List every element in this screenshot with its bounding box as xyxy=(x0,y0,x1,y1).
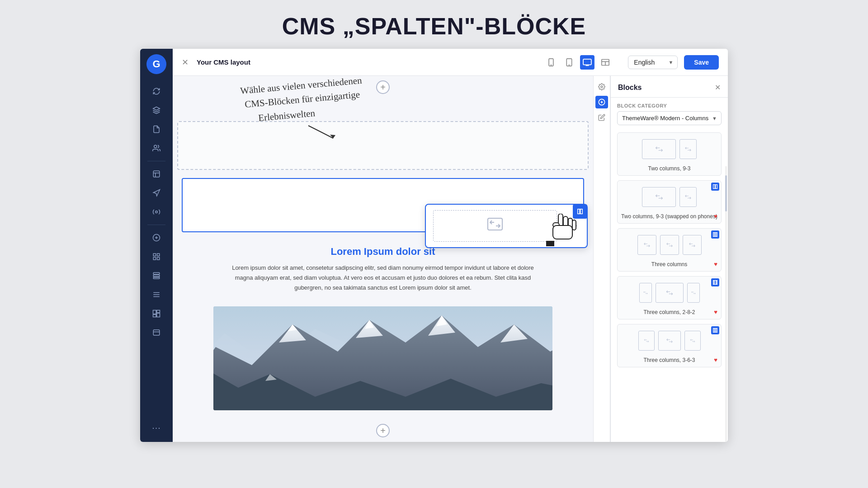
replace-icon xyxy=(487,217,503,234)
blocks-panel-close-button[interactable]: ✕ xyxy=(715,83,721,92)
svg-rect-69 xyxy=(713,185,715,189)
category-select-wrapper: ThemeWare® Modern - Columns ThemeWare® M… xyxy=(617,111,722,125)
device-icons-group xyxy=(544,55,613,70)
device-icon-layout[interactable] xyxy=(598,55,613,70)
svg-point-5 xyxy=(156,211,158,213)
sidebar-icon-megaphone[interactable] xyxy=(147,184,165,202)
heart-icon-3: ♥ xyxy=(714,261,717,267)
col-placeholder-small-2 xyxy=(679,187,697,207)
sidebar-icon-more[interactable]: ··· xyxy=(147,418,165,436)
svg-rect-72 xyxy=(715,233,716,237)
svg-rect-70 xyxy=(716,185,717,189)
sidebar-icon-users[interactable] xyxy=(147,139,165,157)
col-4b xyxy=(656,283,684,303)
col-placeholder-large xyxy=(642,139,676,159)
svg-rect-21 xyxy=(157,313,160,317)
add-block-icon[interactable] xyxy=(595,96,608,108)
block-card-two-col-9-3[interactable]: Two columns, 9-3 xyxy=(617,132,722,176)
section-highlighted-border xyxy=(182,178,584,232)
block-overlay-inner-left xyxy=(433,210,557,242)
col-4a xyxy=(639,283,652,303)
svg-rect-74 xyxy=(713,281,714,285)
scrollbar-thumb[interactable] xyxy=(725,175,727,211)
svg-rect-40 xyxy=(558,214,563,228)
col-4c xyxy=(687,283,700,303)
blocks-panel-header: Blocks ✕ xyxy=(611,76,728,98)
edit-block-icon[interactable] xyxy=(595,111,608,124)
svg-rect-39 xyxy=(580,209,583,214)
block-card-three-col[interactable]: ♥ Three columns xyxy=(617,228,722,272)
save-button[interactable]: Save xyxy=(684,55,719,70)
sidebar-icon-grid3[interactable] xyxy=(147,286,165,304)
svg-rect-38 xyxy=(578,209,580,214)
sidebar-icon-grid1[interactable] xyxy=(147,248,165,266)
svg-rect-14 xyxy=(153,275,160,277)
blocks-panel: Blocks ✕ Block category ThemeWare® Moder… xyxy=(610,76,728,442)
language-select-input[interactable]: English Deutsch Français xyxy=(628,56,678,69)
svg-rect-37 xyxy=(488,218,502,230)
block-card-label-2: Two columns, 9-3 (swapped on phones) xyxy=(618,211,721,223)
svg-rect-9 xyxy=(153,253,156,256)
sidebar-divider-2 xyxy=(147,225,165,225)
block-card-label-5: Three columns, 3-6-3 xyxy=(618,355,721,367)
add-section-bottom: + xyxy=(173,419,593,442)
sidebar-icon-settings[interactable] xyxy=(147,203,165,221)
svg-rect-22 xyxy=(153,314,156,317)
page-title: CMS „SPALTEN"-BLÖCKE xyxy=(0,13,868,40)
svg-rect-2 xyxy=(153,171,160,177)
col-placeholder-large-2 xyxy=(642,187,676,207)
placeholder-section xyxy=(177,121,589,170)
canvas-side-icons xyxy=(593,76,610,442)
blocks-list: Two columns, 9-3 xyxy=(611,129,728,442)
selected-section xyxy=(177,174,589,237)
add-section-top-button[interactable]: + xyxy=(376,80,390,94)
device-icon-desktop[interactable] xyxy=(580,55,594,70)
col-5c xyxy=(684,331,701,351)
svg-rect-71 xyxy=(713,233,715,237)
sidebar-icon-plus[interactable] xyxy=(147,229,165,247)
svg-rect-12 xyxy=(153,258,156,260)
svg-rect-73 xyxy=(716,233,717,237)
sidebar-icon-layout[interactable] xyxy=(147,165,165,183)
heart-icon-4: ♥ xyxy=(714,309,717,315)
category-label: Block category xyxy=(617,103,722,108)
sidebar-icon-grid4[interactable] xyxy=(147,305,165,323)
sidebar-nav-group xyxy=(147,82,165,342)
heart-icon-5: ♥ xyxy=(714,357,717,363)
category-select-input[interactable]: ThemeWare® Modern - Columns ThemeWare® M… xyxy=(617,111,722,125)
block-card-three-col-282[interactable]: ♥ Three columns, 2-8-2 xyxy=(617,276,722,319)
device-icon-phone[interactable] xyxy=(544,55,558,70)
svg-rect-20 xyxy=(157,310,160,313)
block-card-inner-4 xyxy=(618,277,721,307)
svg-rect-51 xyxy=(552,244,554,246)
col-3c xyxy=(683,235,702,255)
block-card-inner xyxy=(618,133,721,164)
svg-rect-78 xyxy=(715,328,716,333)
block-card-label-4: Three columns, 2-8-2 xyxy=(618,307,721,319)
block-card-inner-5 xyxy=(618,324,721,355)
block-card-inner-3 xyxy=(618,229,721,259)
swap-icon[interactable] xyxy=(564,221,580,235)
sidebar-icon-grid5[interactable] xyxy=(147,324,165,342)
sidebar-divider xyxy=(147,161,165,161)
block-card-two-col-9-3-swapped[interactable]: ♥ Two columns, 9-3 (swapped on phones) xyxy=(617,180,722,224)
language-selector[interactable]: English Deutsch Français ▼ xyxy=(628,56,678,69)
settings-gear-icon[interactable] xyxy=(595,80,608,93)
close-button[interactable]: ✕ xyxy=(182,57,189,67)
block-card-three-col-363[interactable]: ♥ Three columns, 3-6-3 xyxy=(617,324,722,367)
device-icon-tablet[interactable] xyxy=(562,55,576,70)
svg-rect-48 xyxy=(546,244,549,246)
sidebar-icon-document[interactable] xyxy=(147,120,165,138)
svg-rect-15 xyxy=(153,277,160,279)
blocks-panel-title: Blocks xyxy=(618,84,715,92)
mountain-image-section xyxy=(173,306,593,419)
sidebar-logo[interactable]: G xyxy=(146,54,166,74)
add-section-bottom-button[interactable]: + xyxy=(376,424,390,437)
col-5a xyxy=(638,331,655,351)
topbar: ✕ Your CMS layout xyxy=(173,49,728,76)
svg-rect-75 xyxy=(714,281,716,285)
sidebar-icon-refresh[interactable] xyxy=(147,82,165,100)
block-card-inner-2 xyxy=(618,181,721,211)
sidebar-icon-layers[interactable] xyxy=(147,101,165,119)
sidebar-icon-grid2[interactable] xyxy=(147,267,165,285)
